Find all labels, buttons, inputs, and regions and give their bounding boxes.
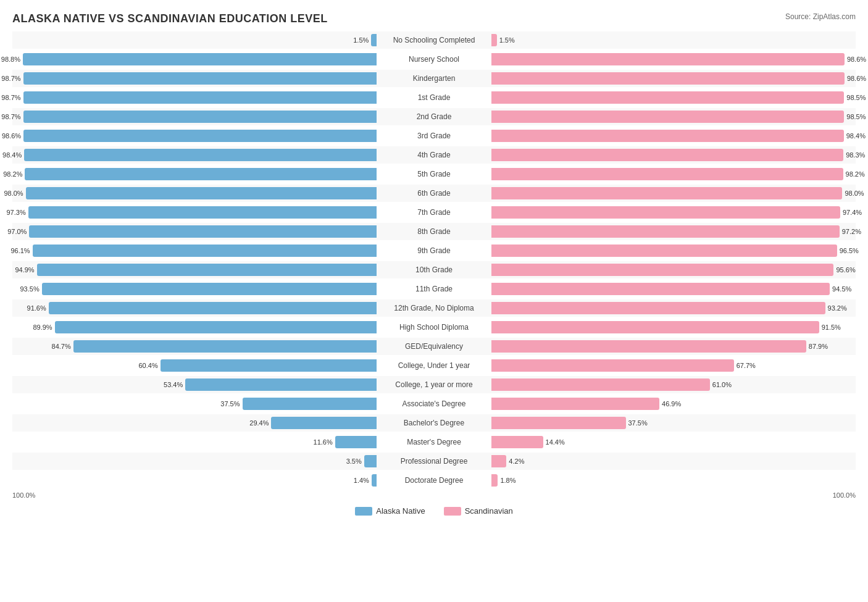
alaska-value: 98.0% [4, 190, 23, 197]
right-section: 46.9% [491, 396, 856, 412]
left-section: 37.5% [12, 396, 377, 412]
alaska-value: 97.3% [6, 209, 25, 216]
right-section: 93.2% [491, 300, 856, 316]
bar-row: 3.5%Professional Degree4.2% [12, 453, 856, 470]
scandinavian-value: 95.6% [836, 266, 855, 274]
alaska-bar [37, 264, 377, 276]
right-section: 61.0% [491, 377, 856, 393]
bar-row: 94.9%10th Grade95.6% [12, 261, 856, 278]
alaska-value: 98.7% [1, 94, 20, 101]
bar-row: 98.7%Kindergarten98.6% [12, 70, 856, 87]
right-section: 37.5% [491, 415, 856, 431]
bar-row: 98.8%Nursery School98.6% [12, 51, 856, 68]
axis-right-value: 100.0% [833, 491, 856, 499]
left-section: 11.6% [12, 434, 377, 450]
alaska-value: 29.4% [249, 419, 269, 427]
alaska-bar [23, 91, 377, 104]
alaska-bar [49, 302, 377, 314]
scandinavian-value: 97.4% [843, 209, 862, 216]
bar-row: 89.9%High School Diploma91.5% [12, 319, 856, 336]
right-section: 96.5% [491, 243, 856, 259]
right-section: 98.6% [491, 70, 856, 86]
alaska-value: 98.4% [2, 151, 22, 159]
row-label: No Schooling Completed [377, 36, 491, 44]
row-label: Nursery School [377, 55, 491, 64]
right-section: 67.7% [491, 357, 856, 374]
alaska-bar [26, 187, 377, 199]
alaska-bar [364, 455, 377, 467]
right-section: 98.6% [491, 51, 856, 67]
alaska-value: 84.7% [52, 343, 71, 350]
scandinavian-value: 1.8% [500, 477, 515, 484]
scandinavian-value: 14.4% [546, 438, 565, 446]
row-label: 2nd Grade [377, 112, 491, 121]
axis-left: 100.0% [12, 491, 380, 499]
alaska-bar [23, 72, 377, 85]
alaska-bar [243, 398, 377, 410]
right-section: 1.8% [491, 472, 856, 488]
left-section: 1.4% [12, 472, 377, 488]
right-section: 97.4% [491, 204, 856, 220]
left-section: 97.0% [12, 224, 377, 240]
left-section: 3.5% [12, 453, 377, 469]
left-section: 98.6% [12, 128, 377, 144]
alaska-bar [161, 359, 377, 372]
scandinavian-value: 98.4% [846, 132, 866, 140]
bar-row: 97.3%7th Grade97.4% [12, 204, 856, 221]
alaska-value: 93.5% [20, 285, 40, 293]
alaska-value: 1.5% [353, 36, 369, 44]
scandinavian-bar [491, 321, 819, 333]
scandinavian-value: 87.9% [809, 343, 828, 350]
right-section: 98.0% [491, 185, 856, 201]
alaska-bar [372, 474, 377, 487]
scandinavian-bar [491, 474, 498, 487]
scandinavian-bar [491, 34, 497, 46]
chart-container: ALASKA NATIVE VS SCANDINAVIAN EDUCATION … [12, 12, 856, 516]
row-label: Kindergarten [377, 74, 491, 83]
bar-row: 96.1%9th Grade96.5% [12, 242, 856, 259]
alaska-value: 98.6% [2, 132, 21, 140]
alaska-bar [23, 111, 377, 123]
alaska-bar [29, 225, 377, 238]
alaska-bar [33, 245, 377, 257]
scandinavian-bar [491, 53, 845, 65]
scandinavian-bar [491, 91, 844, 104]
left-section: 94.9% [12, 262, 377, 278]
left-section: 89.9% [12, 319, 377, 335]
left-section: 98.2% [12, 166, 377, 182]
row-label: 9th Grade [377, 246, 491, 255]
scandinavian-bar [491, 283, 830, 295]
scandinavian-bar [491, 378, 710, 391]
scandinavian-value: 1.5% [499, 36, 515, 44]
axis-right: 100.0% [488, 491, 856, 499]
left-section: 98.7% [12, 109, 377, 125]
scandinavian-bar [491, 168, 843, 180]
scandinavian-color-swatch [444, 507, 461, 516]
left-section: 96.1% [12, 243, 377, 259]
left-section: 93.5% [12, 281, 377, 297]
alaska-value: 98.2% [3, 170, 22, 178]
scandinavian-legend-label: Scandinavian [465, 506, 513, 516]
row-label: 6th Grade [377, 189, 491, 198]
scandinavian-value: 98.6% [847, 75, 866, 82]
bar-row: 84.7%GED/Equivalency87.9% [12, 338, 856, 355]
right-section: 1.5% [491, 32, 856, 48]
alaska-bar [335, 436, 377, 448]
scandinavian-value: 98.5% [846, 113, 866, 120]
bar-row: 60.4%College, Under 1 year67.7% [12, 357, 856, 374]
alaska-value: 60.4% [138, 362, 157, 369]
scandinavian-value: 93.2% [828, 304, 847, 312]
scandinavian-bar [491, 264, 833, 276]
alaska-value: 96.1% [10, 247, 30, 254]
bar-row: 1.4%Doctorate Degree1.8% [12, 472, 856, 489]
chart-area: 1.5%No Schooling Completed1.5%98.8%Nurse… [12, 31, 856, 489]
scandinavian-bar [491, 149, 843, 161]
right-section: 4.2% [491, 453, 856, 469]
source-label: Source: ZipAtlas.com [785, 12, 856, 21]
left-section: 97.3% [12, 204, 377, 220]
scandinavian-bar [491, 302, 825, 314]
bar-row: 1.5%No Schooling Completed1.5% [12, 31, 856, 49]
bar-row: 98.2%5th Grade98.2% [12, 165, 856, 183]
scandinavian-bar [491, 417, 626, 429]
scandinavian-value: 96.5% [840, 247, 859, 254]
